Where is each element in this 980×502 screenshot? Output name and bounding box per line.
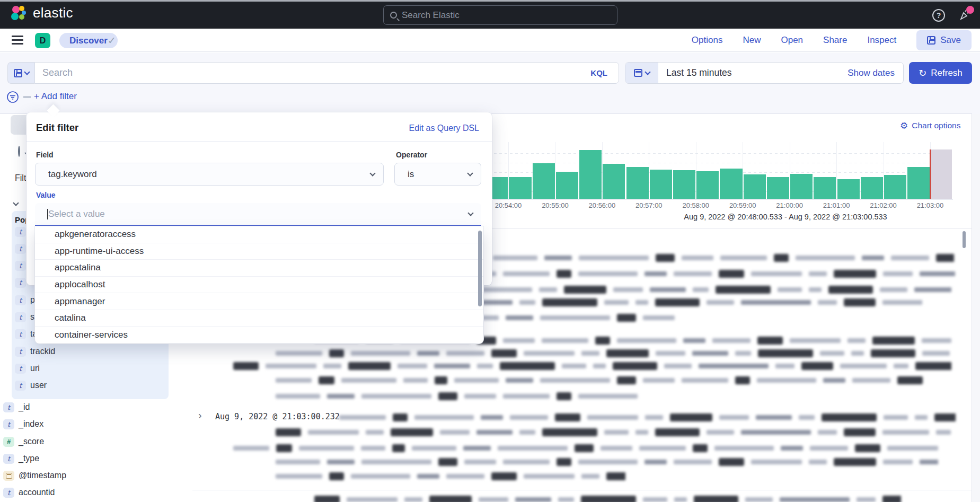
histogram-bar[interactable]	[696, 171, 719, 199]
horizontal-gridline	[494, 153, 952, 154]
field-row[interactable]: turi	[15, 362, 40, 375]
histogram-bar[interactable]	[556, 172, 578, 199]
histogram-bar[interactable]	[720, 169, 742, 199]
field-type-keyword-icon: t	[15, 244, 26, 254]
histogram-bar[interactable]	[533, 163, 555, 199]
x-axis-tick-label: 20:59:00	[719, 201, 766, 209]
histogram-bar[interactable]	[837, 179, 860, 199]
notification-dot	[966, 6, 974, 14]
histogram-bar[interactable]	[884, 175, 906, 199]
field-type-keyword-icon: t	[15, 295, 26, 305]
histogram-bar[interactable]	[767, 177, 789, 199]
chart-options-button[interactable]: ⚙ Chart options	[900, 121, 960, 130]
field-row[interactable]: tst	[15, 310, 37, 324]
operator-select[interactable]: is	[394, 163, 481, 186]
open-button[interactable]: Open	[781, 35, 803, 46]
x-axis-tick-label: 20:55:00	[531, 201, 579, 209]
field-row[interactable]: taccountid	[3, 486, 55, 499]
global-header: elastic ?	[0, 2, 980, 29]
field-row[interactable]: ttrackid	[15, 345, 55, 358]
fields-accordion-chevron[interactable]	[14, 198, 18, 207]
share-button[interactable]: Share	[823, 35, 847, 46]
field-row[interactable]: #_score	[3, 435, 44, 448]
histogram-bar[interactable]	[626, 167, 649, 199]
field-name: @timestamp	[19, 471, 66, 480]
discover-app: elastic ? D Discover ✓ Options	[0, 0, 980, 502]
chevron-down-icon	[369, 170, 375, 176]
operator-label: Operator	[396, 151, 427, 159]
menu-icon[interactable]	[12, 36, 23, 45]
option-row[interactable]: container-services	[35, 327, 483, 344]
x-axis-tick-label: 21:02:00	[860, 201, 907, 209]
histogram-bar[interactable]	[673, 170, 695, 199]
field-type-date-icon	[3, 471, 14, 481]
field-label: Field	[36, 151, 54, 159]
option-row[interactable]: app-runtime-ui-access	[35, 243, 483, 260]
value-label: Value	[36, 191, 56, 199]
search-icon	[390, 12, 397, 19]
histogram-bar[interactable]	[603, 164, 625, 199]
histogram-bar[interactable]	[650, 170, 672, 199]
redacted-line	[233, 443, 951, 453]
histogram-bar[interactable]	[509, 177, 531, 199]
field-name: _id	[19, 402, 30, 412]
histogram-bar[interactable]	[814, 177, 836, 199]
redacted-line	[276, 471, 625, 481]
field-row[interactable]: tpr	[15, 293, 38, 307]
logo-text: elastic	[33, 5, 73, 21]
gear-icon: ⚙	[900, 121, 908, 130]
document-timestamp: Aug 9, 2022 @ 21:03:00.232	[215, 412, 340, 421]
chevron-down-icon	[467, 210, 473, 216]
redacted-line	[339, 412, 956, 422]
field-name: _type	[19, 454, 39, 463]
field-row[interactable]: t_type	[3, 452, 39, 465]
field-name: trackid	[30, 347, 55, 356]
field-type-keyword-icon: t	[3, 419, 14, 429]
save-button[interactable]: Save	[916, 30, 972, 50]
option-row[interactable]: applocalhost	[35, 277, 483, 294]
x-axis-tick-label: 20:56:00	[578, 201, 626, 209]
global-search-input[interactable]	[402, 10, 611, 21]
redacted-line	[276, 375, 928, 385]
field-row[interactable]: @timestamp	[3, 469, 66, 482]
field-type-keyword-icon: t	[15, 329, 26, 339]
chevron-down-icon	[467, 170, 473, 176]
histogram-bar[interactable]	[790, 174, 813, 199]
field-type-keyword-icon: t	[3, 488, 14, 498]
inspect-button[interactable]: Inspect	[867, 35, 896, 46]
options-button[interactable]: Options	[692, 35, 723, 46]
edit-as-query-dsl-link[interactable]: Edit as Query DSL	[409, 124, 480, 133]
value-options-listbox: apkgeneratoraccessapp-runtime-ui-accessa…	[35, 226, 483, 344]
popover-divider	[27, 141, 492, 142]
field-search-icon[interactable]	[18, 147, 20, 156]
global-search[interactable]	[383, 5, 617, 25]
value-combobox[interactable]	[35, 203, 481, 226]
elastic-logo-icon	[11, 5, 27, 21]
histogram-bar[interactable]	[907, 167, 930, 199]
field-select[interactable]: tag.keyword	[35, 163, 384, 186]
value-combobox-input[interactable]	[48, 209, 440, 219]
new-button[interactable]: New	[743, 35, 761, 46]
help-icon[interactable]: ?	[932, 9, 945, 22]
listbox-scrollbar-thumb[interactable]	[478, 231, 482, 306]
field-type-keyword-icon: t	[15, 312, 26, 322]
space-avatar[interactable]: D	[35, 33, 50, 48]
field-row[interactable]: t_index	[3, 417, 43, 431]
option-row[interactable]: catalina	[35, 310, 483, 327]
option-row[interactable]: apkgeneratoraccess	[35, 226, 483, 243]
elastic-logo[interactable]: elastic	[11, 5, 73, 21]
field-row[interactable]: tuser	[15, 378, 47, 392]
option-row[interactable]: appmanager	[35, 293, 483, 310]
partial-bucket	[931, 149, 952, 199]
horizontal-gridline	[494, 163, 952, 163]
redacted-line	[276, 427, 954, 437]
newsfeed-button[interactable]	[958, 8, 973, 23]
histogram-bar[interactable]	[744, 174, 766, 199]
field-type-keyword-icon: t	[15, 227, 26, 237]
option-row[interactable]: appcatalina	[35, 260, 483, 277]
field-row[interactable]: t_id	[3, 400, 30, 414]
field-row[interactable]: tta	[15, 327, 37, 341]
histogram-bar[interactable]	[861, 177, 883, 199]
histogram-bar[interactable]	[579, 150, 602, 199]
expand-row-chevron-icon[interactable]: ›	[198, 410, 202, 420]
